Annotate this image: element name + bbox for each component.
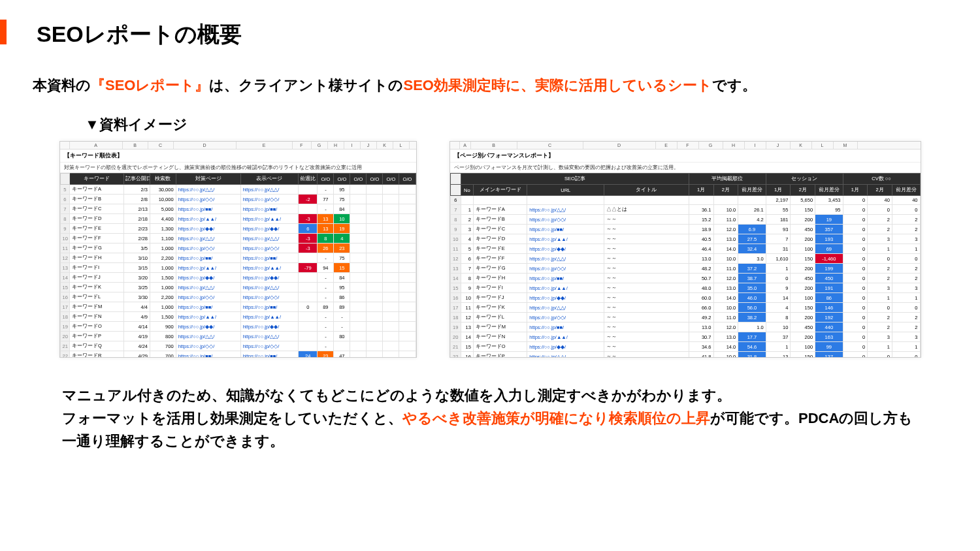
table-row: 1812キーワードLhttps://○○.jp/◇◇/～～49.211.038.… (450, 313, 920, 323)
table-row: 16キーワードL3/302,200https://○○.jp/◇◇/https:… (60, 292, 416, 302)
table-row: 5キーワードA2/330,000https://○○.jp/△△/https:/… (60, 185, 416, 195)
table-row: 18キーワードN4/91,500https://○○.jp/▲▲/https:/… (60, 312, 416, 322)
table-row: 21キーワードQ4/24700https://○○.jp/◇◇/https://… (60, 341, 416, 351)
image-label: ▼資料イメージ (85, 115, 947, 134)
table-row: 1610キーワードJhttps://○○.jp/◆◆/～～60.014.046.… (450, 293, 920, 303)
sheet2-desc: ページ別のパフォーマンスを月次で計測し、数値変動の要因の把握および改善策の立案に… (450, 163, 921, 173)
table-row: 2115キーワードOhttps://○○.jp/◆◆/～～34.614.054.… (450, 342, 920, 352)
table-row: 115キーワードEhttps://○○.jp/◆◆/～～46.414.032.4… (450, 244, 920, 254)
screenshot-row: ABCDEFGHIJKL 【キーワード順位表】 対策キーワードの順位を週次でレポ… (59, 141, 921, 358)
table-row: 126キーワードFhttps://○○.jp/△△/～～13.010.03.01… (450, 254, 920, 264)
page-title: SEOレポートの概要 (37, 20, 947, 50)
table-row: 10キーワードF2/281,100https://○○.jp/△△/https:… (60, 234, 416, 244)
table-row: 93キーワードChttps://○○.jp/■■/～～18.912.06.993… (450, 225, 920, 234)
table-row: 20キーワードP4/19800https://○○.jp/△△/https://… (60, 332, 416, 341)
table-row: 8キーワードD2/184,400https://○○.jp/▲▲/https:/… (60, 214, 416, 224)
table-row: 1711キーワードKhttps://○○.jp/△△/～～66.010.056.… (450, 303, 920, 313)
accent-bar (0, 20, 7, 44)
sheet1-desc: 対策キーワードの順位を週次でレポーティングし、施策実施前後の順位推移の確認や記事… (60, 163, 416, 173)
table-row: 19キーワードO4/14900https://○○.jp/◆◆/https://… (60, 322, 416, 332)
slide: SEOレポートの概要 本資料の『SEOレポート』は、クライアント様サイトのSEO… (0, 0, 980, 551)
table-row: 14キーワードJ3/201,500https://○○.jp/◆◆/https:… (60, 273, 416, 283)
table-row: 2014キーワードNhttps://○○.jp/▲▲/～～30.713.017.… (450, 332, 920, 342)
sheet-keyword-rank: ABCDEFGHIJKL 【キーワード順位表】 対策キーワードの順位を週次でレポ… (59, 141, 417, 358)
table-row: 82キーワードBhttps://○○.jp/◇◇/～～15.211.04.218… (450, 215, 920, 225)
table-row: 12キーワードH3/102,200https://○○.jp/■■/https:… (60, 253, 416, 263)
sheet2-title: 【ページ別パフォーマンスレポート】 (450, 150, 921, 163)
sheet1-table: キーワード記事公開日検索数対策ページ表示ページ前週比O/OO/OO/OO/OO/… (60, 173, 416, 358)
table-row: 2216キーワードPhttps://○○.jp/△△/～～41.810.031.… (450, 352, 920, 358)
table-row: 104キーワードDhttps://○○.jp/▲▲/～～40.513.027.5… (450, 234, 920, 244)
bottom-text: マニュアル付きのため、知識がなくてもどこにどのような数値を入力し測定すべきかがわ… (62, 384, 918, 453)
table-row: 71キーワードAhttps://○○.jp/△△/△△とは36.110.026.… (450, 205, 920, 215)
table-row: 22キーワードR4/29700https://○○.jp/■■/https://… (60, 351, 416, 358)
table-row: 15キーワードK3/251,000https://○○.jp/△△/https:… (60, 283, 416, 292)
sheet-page-perf: ABCDEFGHIJKLM 【ページ別パフォーマンスレポート】 ページ別のパフォ… (449, 141, 921, 358)
table-row: 159キーワードIhttps://○○.jp/▲▲/～～48.013.035.0… (450, 283, 920, 293)
table-row: 137キーワードGhttps://○○.jp/◇◇/～～48.211.037.2… (450, 264, 920, 274)
table-row: 17キーワードM4/41,000https://○○.jp/■■/https:/… (60, 302, 416, 312)
sheet1-title: 【キーワード順位表】 (60, 150, 416, 163)
intro-text: 本資料の『SEOレポート』は、クライアント様サイトのSEO効果測定時に、実際に活… (33, 76, 947, 95)
column-letters: ABCDEFGHIJKL (60, 142, 416, 150)
table-row: 148キーワードHhttps://○○.jp/■■/～～50.712.038.7… (450, 274, 920, 283)
table-row: 9キーワードE2/231,300https://○○.jp/◆◆/https:/… (60, 224, 416, 234)
sheet2-table: SEO記事平均掲載順位セッションCV数 ○○ NoメインキーワードURLタイトル… (450, 173, 921, 358)
table-row: 7キーワードC2/135,000https://○○.jp/■■/https:/… (60, 204, 416, 214)
table-row: 1913キーワードMhttps://○○.jp/■■/～～13.012.01.0… (450, 323, 920, 332)
table-row: 6キーワードB2/810,000https://○○.jp/◇◇/https:/… (60, 195, 416, 204)
table-row: 11キーワードG3/51,000https://○○.jp/◇◇/https:/… (60, 244, 416, 253)
table-row: 13キーワードI3/151,000https://○○.jp/▲▲/https:… (60, 263, 416, 273)
column-letters: ABCDEFGHIJKLM (450, 142, 921, 150)
